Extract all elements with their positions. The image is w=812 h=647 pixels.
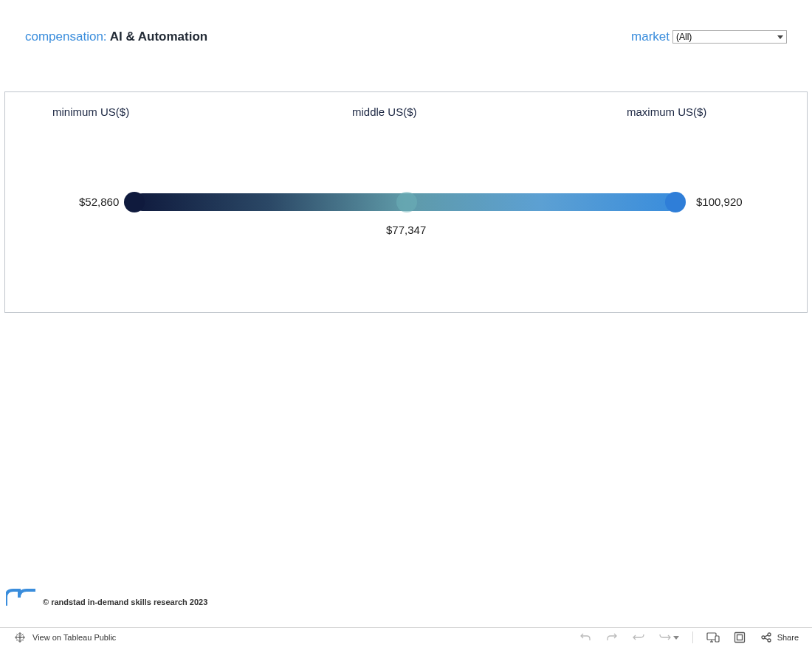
redo-button[interactable] — [605, 631, 619, 644]
chevron-down-icon — [673, 636, 679, 640]
replay-icon — [658, 631, 672, 644]
svg-point-2 — [396, 192, 417, 212]
view-on-tableau-label: View on Tableau Public — [32, 633, 116, 642]
range-track: $52,860 $100,920 $77,347 — [5, 188, 807, 232]
revert-button[interactable] — [632, 631, 645, 644]
mid-value: $77,347 — [386, 224, 426, 236]
undo-button[interactable] — [579, 631, 592, 644]
svg-point-30 — [768, 639, 771, 642]
page-title: compensation: AI & Automation — [25, 30, 207, 44]
min-value: $52,860 — [79, 196, 119, 208]
svg-line-31 — [764, 635, 768, 637]
column-min-label: minimum US($) — [52, 105, 129, 118]
toolbar: View on Tableau Public — [0, 627, 812, 647]
column-max-label: maximum US($) — [627, 105, 706, 118]
toolbar-divider — [692, 632, 693, 643]
svg-line-32 — [764, 638, 768, 640]
device-preview-button[interactable] — [706, 631, 720, 644]
market-label: market — [631, 30, 670, 44]
svg-point-28 — [762, 636, 765, 639]
share-icon — [760, 631, 773, 644]
market-select[interactable]: (All) — [672, 30, 787, 44]
replay-button[interactable] — [658, 631, 679, 644]
share-label: Share — [777, 633, 799, 642]
title-prefix: compensation: — [25, 30, 107, 44]
copyright-text: © randstad in-demand skills research 202… — [43, 598, 207, 606]
svg-rect-27 — [737, 635, 742, 640]
tableau-logo-icon — [13, 631, 27, 644]
view-on-tableau-button[interactable]: View on Tableau Public — [13, 631, 116, 644]
chart-panel: minimum US($) middle US($) maximum US($)… — [4, 91, 808, 313]
share-button[interactable]: Share — [760, 631, 799, 644]
randstad-logo-icon — [6, 589, 37, 606]
max-value: $100,920 — [696, 196, 743, 208]
svg-rect-25 — [715, 636, 719, 642]
footer-attribution: © randstad in-demand skills research 202… — [6, 589, 207, 606]
svg-rect-26 — [734, 633, 744, 643]
market-selected-value: (All) — [676, 32, 692, 42]
range-bar[interactable] — [124, 191, 692, 213]
fullscreen-button[interactable] — [733, 631, 746, 644]
svg-rect-22 — [707, 633, 716, 640]
svg-point-1 — [124, 192, 145, 212]
svg-point-29 — [768, 633, 771, 636]
market-filter: market (All) — [631, 30, 787, 44]
title-value: AI & Automation — [110, 30, 208, 44]
svg-point-3 — [665, 192, 686, 212]
header: compensation: AI & Automation market (Al… — [0, 0, 812, 50]
column-mid-label: middle US($) — [352, 105, 417, 118]
